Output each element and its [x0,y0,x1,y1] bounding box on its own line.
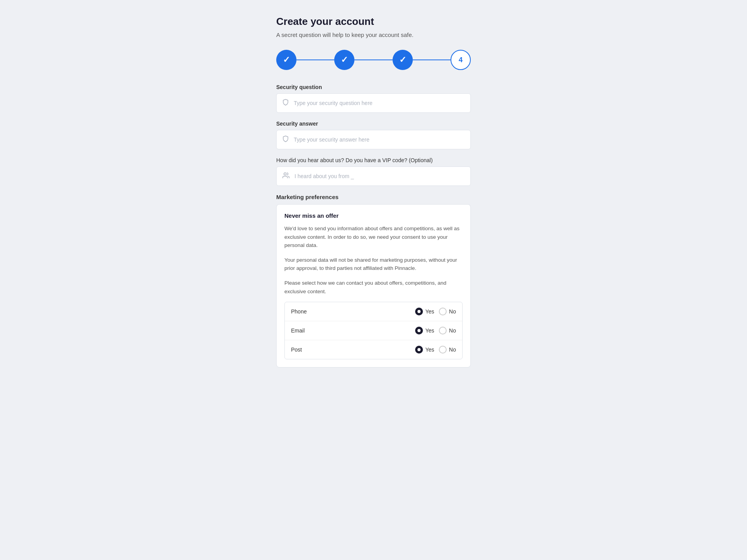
step-line-1 [296,60,334,60]
security-question-input[interactable] [294,100,465,106]
email-no-label: No [449,327,456,334]
step-1-check: ✓ [283,55,290,65]
step-line-2 [354,60,392,60]
post-no-option[interactable]: No [439,346,456,354]
phone-no-label: No [449,308,456,315]
marketing-text-1: We'd love to send you information about … [284,224,463,250]
phone-yes-label: Yes [425,308,434,315]
email-yes-radio[interactable] [415,327,423,334]
security-question-wrapper [276,93,471,113]
post-yes-label: Yes [425,346,434,353]
phone-row: Phone Yes No [285,302,462,321]
vip-input[interactable] [295,173,465,179]
step-4: 4 [451,50,471,70]
email-row: Email Yes No [285,321,462,340]
email-no-option[interactable]: No [439,327,456,334]
security-question-label: Security question [276,84,471,90]
marketing-text-2: Your personal data will not be shared fo… [284,256,463,273]
post-no-label: No [449,346,456,353]
svg-point-0 [284,173,286,175]
vip-label: How did you hear about us? Do you have a… [276,157,471,163]
page-subtitle: A secret question will help to keep your… [276,32,471,38]
phone-label: Phone [291,308,410,315]
phone-yes-option[interactable]: Yes [415,308,434,315]
shield-icon-answer [282,135,289,144]
phone-no-radio[interactable] [439,308,447,315]
marketing-text-3: Please select how we can contact you abo… [284,279,463,296]
post-row: Post Yes No [285,340,462,359]
post-label: Post [291,346,410,353]
phone-yes-radio[interactable] [415,308,423,315]
step-3: ✓ [393,50,413,70]
email-no-radio[interactable] [439,327,447,334]
people-icon [282,172,290,181]
marketing-radio-table: Phone Yes No Email Yes [284,302,463,359]
page-title: Create your account [276,16,471,28]
marketing-section-label: Marketing preferences [276,194,471,200]
step-3-check: ✓ [399,55,406,65]
security-answer-label: Security answer [276,121,471,127]
vip-wrapper [276,166,471,186]
post-no-radio[interactable] [439,346,447,354]
post-yes-radio[interactable] [415,346,423,354]
email-yes-label: Yes [425,327,434,334]
security-answer-wrapper [276,130,471,149]
security-answer-input[interactable] [294,136,465,143]
post-yes-option[interactable]: Yes [415,346,434,354]
step-4-number: 4 [459,56,463,64]
step-2: ✓ [334,50,354,70]
email-yes-option[interactable]: Yes [415,327,434,334]
step-line-3 [413,60,451,60]
step-1: ✓ [276,50,296,70]
page-container: Create your account A secret question wi… [276,16,471,544]
phone-no-option[interactable]: No [439,308,456,315]
marketing-box: Never miss an offer We'd love to send yo… [276,204,471,368]
email-label: Email [291,327,410,334]
step-2-check: ✓ [341,55,348,65]
stepper: ✓ ✓ ✓ 4 [276,50,471,70]
marketing-title: Never miss an offer [284,212,463,219]
shield-icon-question [282,99,289,108]
